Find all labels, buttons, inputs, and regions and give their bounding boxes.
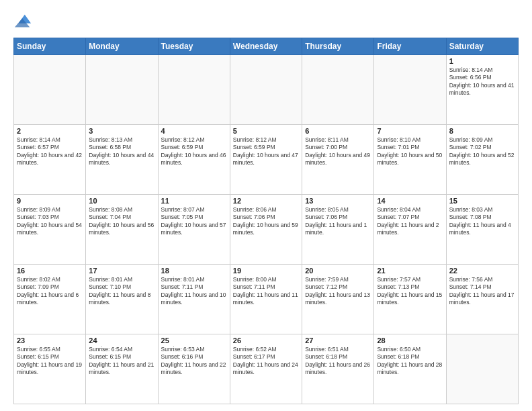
day-cell: 25Sunrise: 6:53 AM Sunset: 6:16 PM Dayli… [158, 334, 230, 404]
day-info: Sunrise: 8:07 AM Sunset: 7:05 PM Dayligh… [161, 206, 227, 237]
day-number: 19 [233, 267, 299, 275]
calendar-table: SundayMondayTuesdayWednesdayThursdayFrid… [13, 38, 519, 404]
day-cell: 7Sunrise: 8:10 AM Sunset: 7:01 PM Daylig… [374, 125, 446, 195]
day-cell: 22Sunrise: 7:56 AM Sunset: 7:14 PM Dayli… [446, 265, 518, 334]
day-number: 8 [449, 127, 515, 135]
day-cell: 5Sunrise: 8:12 AM Sunset: 6:59 PM Daylig… [230, 125, 302, 195]
day-info: Sunrise: 8:09 AM Sunset: 7:02 PM Dayligh… [449, 136, 515, 167]
day-info: Sunrise: 8:08 AM Sunset: 7:04 PM Dayligh… [89, 206, 154, 237]
day-number: 20 [305, 267, 371, 275]
day-info: Sunrise: 7:56 AM Sunset: 7:14 PM Dayligh… [449, 276, 515, 307]
day-cell: 16Sunrise: 8:02 AM Sunset: 7:09 PM Dayli… [14, 265, 86, 334]
day-info: Sunrise: 8:06 AM Sunset: 7:06 PM Dayligh… [233, 206, 299, 237]
day-cell: 4Sunrise: 8:12 AM Sunset: 6:59 PM Daylig… [158, 125, 230, 195]
day-number: 1 [449, 57, 515, 65]
day-info: Sunrise: 8:02 AM Sunset: 7:09 PM Dayligh… [17, 276, 83, 307]
day-cell: 19Sunrise: 8:00 AM Sunset: 7:11 PM Dayli… [230, 265, 302, 334]
day-number: 2 [17, 127, 83, 135]
day-number: 23 [17, 336, 83, 345]
day-cell: 15Sunrise: 8:03 AM Sunset: 7:08 PM Dayli… [446, 195, 518, 265]
day-info: Sunrise: 8:03 AM Sunset: 7:08 PM Dayligh… [449, 206, 515, 237]
day-number: 10 [89, 197, 154, 205]
day-cell [302, 55, 374, 125]
day-info: Sunrise: 8:09 AM Sunset: 7:03 PM Dayligh… [17, 206, 83, 237]
day-number: 12 [233, 197, 299, 205]
weekday-header-friday: Friday [374, 38, 446, 55]
week-row-1: 2Sunrise: 8:14 AM Sunset: 6:57 PM Daylig… [14, 125, 519, 195]
weekday-header-thursday: Thursday [302, 38, 374, 55]
day-cell: 10Sunrise: 8:08 AM Sunset: 7:04 PM Dayli… [86, 195, 158, 265]
day-number: 13 [305, 197, 371, 205]
week-row-0: 1Sunrise: 8:14 AM Sunset: 6:56 PM Daylig… [14, 55, 519, 125]
week-row-3: 16Sunrise: 8:02 AM Sunset: 7:09 PM Dayli… [14, 265, 519, 334]
day-number: 14 [377, 197, 443, 205]
day-info: Sunrise: 8:11 AM Sunset: 7:00 PM Dayligh… [305, 136, 371, 167]
weekday-header-row: SundayMondayTuesdayWednesdayThursdayFrid… [14, 38, 519, 55]
day-cell [230, 55, 302, 125]
weekday-header-wednesday: Wednesday [230, 38, 302, 55]
day-info: Sunrise: 7:59 AM Sunset: 7:12 PM Dayligh… [305, 276, 371, 307]
day-cell: 27Sunrise: 6:51 AM Sunset: 6:18 PM Dayli… [302, 334, 374, 404]
day-info: Sunrise: 6:52 AM Sunset: 6:17 PM Dayligh… [233, 346, 299, 377]
day-cell: 18Sunrise: 8:01 AM Sunset: 7:11 PM Dayli… [158, 265, 230, 334]
day-number: 6 [305, 127, 371, 135]
day-cell [158, 55, 230, 125]
day-info: Sunrise: 8:13 AM Sunset: 6:58 PM Dayligh… [89, 136, 154, 167]
day-number: 11 [161, 197, 227, 205]
day-number: 25 [161, 336, 227, 345]
day-cell: 28Sunrise: 6:50 AM Sunset: 6:18 PM Dayli… [374, 334, 446, 404]
day-info: Sunrise: 6:53 AM Sunset: 6:16 PM Dayligh… [161, 346, 227, 377]
day-info: Sunrise: 6:51 AM Sunset: 6:18 PM Dayligh… [305, 346, 371, 377]
day-cell: 21Sunrise: 7:57 AM Sunset: 7:13 PM Dayli… [374, 265, 446, 334]
day-number: 15 [449, 197, 515, 205]
day-info: Sunrise: 6:54 AM Sunset: 6:15 PM Dayligh… [89, 346, 154, 377]
day-cell: 3Sunrise: 8:13 AM Sunset: 6:58 PM Daylig… [86, 125, 158, 195]
day-info: Sunrise: 8:00 AM Sunset: 7:11 PM Dayligh… [233, 276, 299, 307]
day-cell: 1Sunrise: 8:14 AM Sunset: 6:56 PM Daylig… [446, 55, 518, 125]
day-number: 18 [161, 267, 227, 275]
day-cell: 26Sunrise: 6:52 AM Sunset: 6:17 PM Dayli… [230, 334, 302, 404]
day-number: 28 [377, 336, 443, 345]
day-number: 16 [17, 267, 83, 275]
day-cell: 6Sunrise: 8:11 AM Sunset: 7:00 PM Daylig… [302, 125, 374, 195]
day-cell: 17Sunrise: 8:01 AM Sunset: 7:10 PM Dayli… [86, 265, 158, 334]
weekday-header-sunday: Sunday [14, 38, 86, 55]
day-number: 24 [89, 336, 154, 345]
day-cell: 14Sunrise: 8:04 AM Sunset: 7:07 PM Dayli… [374, 195, 446, 265]
weekday-header-saturday: Saturday [446, 38, 518, 55]
day-info: Sunrise: 8:14 AM Sunset: 6:56 PM Dayligh… [449, 66, 515, 97]
day-cell [86, 55, 158, 125]
day-info: Sunrise: 7:57 AM Sunset: 7:13 PM Dayligh… [377, 276, 443, 307]
day-cell [374, 55, 446, 125]
day-number: 9 [17, 197, 83, 205]
day-number: 22 [449, 267, 515, 275]
day-info: Sunrise: 8:01 AM Sunset: 7:10 PM Dayligh… [89, 276, 154, 307]
day-info: Sunrise: 6:50 AM Sunset: 6:18 PM Dayligh… [377, 346, 443, 377]
header [13, 12, 519, 31]
day-info: Sunrise: 8:01 AM Sunset: 7:11 PM Dayligh… [161, 276, 227, 307]
day-cell: 23Sunrise: 6:55 AM Sunset: 6:15 PM Dayli… [14, 334, 86, 404]
day-number: 26 [233, 336, 299, 345]
day-cell: 24Sunrise: 6:54 AM Sunset: 6:15 PM Dayli… [86, 334, 158, 404]
day-number: 5 [233, 127, 299, 135]
day-info: Sunrise: 8:10 AM Sunset: 7:01 PM Dayligh… [377, 136, 443, 167]
weekday-header-tuesday: Tuesday [158, 38, 230, 55]
day-cell [14, 55, 86, 125]
day-info: Sunrise: 6:55 AM Sunset: 6:15 PM Dayligh… [17, 346, 83, 377]
day-number: 17 [89, 267, 154, 275]
day-info: Sunrise: 8:12 AM Sunset: 6:59 PM Dayligh… [161, 136, 227, 167]
day-number: 27 [305, 336, 371, 345]
day-number: 3 [89, 127, 154, 135]
day-cell: 12Sunrise: 8:06 AM Sunset: 7:06 PM Dayli… [230, 195, 302, 265]
day-cell: 9Sunrise: 8:09 AM Sunset: 7:03 PM Daylig… [14, 195, 86, 265]
day-number: 21 [377, 267, 443, 275]
day-info: Sunrise: 8:14 AM Sunset: 6:57 PM Dayligh… [17, 136, 83, 167]
day-info: Sunrise: 8:04 AM Sunset: 7:07 PM Dayligh… [377, 206, 443, 237]
day-number: 7 [377, 127, 443, 135]
day-cell: 2Sunrise: 8:14 AM Sunset: 6:57 PM Daylig… [14, 125, 86, 195]
day-info: Sunrise: 8:12 AM Sunset: 6:59 PM Dayligh… [233, 136, 299, 167]
logo-icon [13, 12, 32, 31]
day-cell: 8Sunrise: 8:09 AM Sunset: 7:02 PM Daylig… [446, 125, 518, 195]
day-number: 4 [161, 127, 227, 135]
day-info: Sunrise: 8:05 AM Sunset: 7:06 PM Dayligh… [305, 206, 371, 237]
